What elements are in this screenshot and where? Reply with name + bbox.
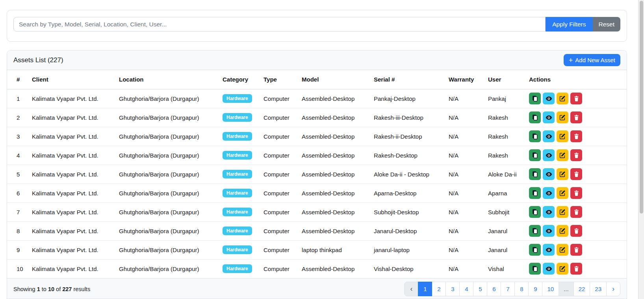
pagination-page-9[interactable]: 9 xyxy=(528,282,542,296)
column-header-model: Model xyxy=(299,70,371,89)
cell-actions xyxy=(526,240,627,259)
edit-asset-button[interactable] xyxy=(557,263,568,275)
copy-asset-button[interactable] xyxy=(529,111,541,123)
view-asset-button[interactable] xyxy=(543,187,555,199)
category-badge: Hardware xyxy=(223,189,252,197)
copy-asset-button[interactable] xyxy=(529,93,541,104)
filter-bar-card: Apply Filters Reset xyxy=(7,10,627,42)
page: Apply Filters Reset Assets List (227) + … xyxy=(0,0,644,299)
assets-table: #ClientLocationCategoryTypeModelSerial #… xyxy=(7,70,627,278)
copy-asset-button[interactable] xyxy=(529,130,541,142)
cell-type: Computer xyxy=(260,184,299,202)
apply-filters-button[interactable]: Apply Filters xyxy=(546,17,592,32)
add-new-asset-button[interactable]: + Add New Asset xyxy=(564,54,620,66)
cell-serial: Aparna-Desktop xyxy=(371,184,445,202)
cell-warranty: N/A xyxy=(445,127,485,146)
pagination-page-4[interactable]: 4 xyxy=(459,282,473,296)
page-scrollbar[interactable] xyxy=(638,0,644,299)
cell-user: Aparna xyxy=(485,184,526,202)
view-asset-button[interactable] xyxy=(543,225,555,237)
edit-asset-button[interactable] xyxy=(557,225,568,237)
cell-warranty: N/A xyxy=(445,240,485,259)
cell-actions xyxy=(526,221,627,240)
edit-asset-button[interactable] xyxy=(557,130,568,142)
delete-asset-button[interactable] xyxy=(570,93,582,104)
delete-asset-button[interactable] xyxy=(570,111,582,123)
delete-asset-button[interactable] xyxy=(570,168,582,180)
pagination-next[interactable]: › xyxy=(606,282,620,296)
cell-model: Assembled-Desktop xyxy=(299,89,371,108)
delete-asset-button[interactable] xyxy=(570,225,582,237)
edit-asset-button[interactable] xyxy=(557,93,568,104)
copy-asset-button[interactable] xyxy=(529,263,541,275)
page-title: Assets List (227) xyxy=(13,56,63,64)
scrollbar-thumb[interactable] xyxy=(640,1,643,214)
cell-category: Hardware xyxy=(219,184,260,202)
column-header-actions: Actions xyxy=(526,70,627,89)
pagination-page-3[interactable]: 3 xyxy=(445,282,460,296)
view-asset-button[interactable] xyxy=(543,149,555,161)
delete-asset-button[interactable] xyxy=(570,244,582,256)
pagination-page-2[interactable]: 2 xyxy=(432,282,446,296)
view-asset-button[interactable] xyxy=(543,263,555,275)
cell-client: Kalimata Vyapar Pvt. Ltd. xyxy=(29,259,116,278)
column-header-type: Type xyxy=(260,70,299,89)
delete-asset-button[interactable] xyxy=(570,130,582,142)
pagination-page-1[interactable]: 1 xyxy=(418,282,432,296)
delete-asset-button[interactable] xyxy=(570,149,582,161)
copy-asset-button[interactable] xyxy=(529,225,541,237)
delete-asset-button[interactable] xyxy=(570,187,582,199)
copy-icon xyxy=(532,190,538,196)
cell-type: Computer xyxy=(260,108,299,127)
cell-client: Kalimata Vyapar Pvt. Ltd. xyxy=(29,221,116,240)
edit-asset-button[interactable] xyxy=(557,168,568,180)
cell-type: Computer xyxy=(260,146,299,165)
pagination-page-23[interactable]: 23 xyxy=(590,282,607,296)
delete-asset-button[interactable] xyxy=(570,206,582,218)
copy-icon xyxy=(532,171,538,177)
table-row: 9 Kalimata Vyapar Pvt. Ltd. Ghutghoria/B… xyxy=(7,240,627,259)
view-asset-button[interactable] xyxy=(543,130,555,142)
edit-asset-button[interactable] xyxy=(557,187,568,199)
view-asset-button[interactable] xyxy=(543,244,555,256)
row-actions xyxy=(529,187,624,199)
view-asset-button[interactable] xyxy=(543,168,555,180)
assets-card-header: Assets List (227) + Add New Asset xyxy=(7,50,627,70)
add-new-asset-label: Add New Asset xyxy=(575,57,615,63)
row-actions xyxy=(529,93,624,104)
category-badge: Hardware xyxy=(223,94,252,103)
trash-icon xyxy=(573,96,579,102)
pagination-page-8[interactable]: 8 xyxy=(514,282,529,296)
copy-asset-button[interactable] xyxy=(529,149,541,161)
edit-asset-button[interactable] xyxy=(557,244,568,256)
pagination-page-22[interactable]: 22 xyxy=(573,282,590,296)
pagination-page-7[interactable]: 7 xyxy=(501,282,515,296)
search-input[interactable] xyxy=(13,17,546,32)
cell-model: Assembled-Desktop xyxy=(299,259,371,278)
trash-icon xyxy=(573,115,579,121)
cell-warranty: N/A xyxy=(445,89,485,108)
copy-asset-button[interactable] xyxy=(529,187,541,199)
edit-asset-button[interactable] xyxy=(557,149,568,161)
edit-asset-button[interactable] xyxy=(557,111,568,123)
copy-asset-button[interactable] xyxy=(529,168,541,180)
pagination-page-10[interactable]: 10 xyxy=(542,282,559,296)
view-asset-button[interactable] xyxy=(543,206,555,218)
view-asset-button[interactable] xyxy=(543,111,555,123)
copy-icon xyxy=(532,228,538,234)
eye-icon xyxy=(546,209,552,215)
cell-location: Ghutghoria/Barjora (Durgapur) xyxy=(116,202,219,221)
reset-button[interactable]: Reset xyxy=(593,17,621,32)
cell-client: Kalimata Vyapar Pvt. Ltd. xyxy=(29,184,116,202)
view-asset-button[interactable] xyxy=(543,93,555,104)
pagination-page-5[interactable]: 5 xyxy=(473,282,487,296)
copy-asset-button[interactable] xyxy=(529,206,541,218)
trash-icon xyxy=(573,190,579,196)
cell-category: Hardware xyxy=(219,259,260,278)
edit-icon xyxy=(559,266,566,272)
copy-asset-button[interactable] xyxy=(529,244,541,256)
column-header-user: User xyxy=(485,70,526,89)
edit-asset-button[interactable] xyxy=(557,206,568,218)
pagination-page-6[interactable]: 6 xyxy=(487,282,501,296)
delete-asset-button[interactable] xyxy=(570,263,582,275)
